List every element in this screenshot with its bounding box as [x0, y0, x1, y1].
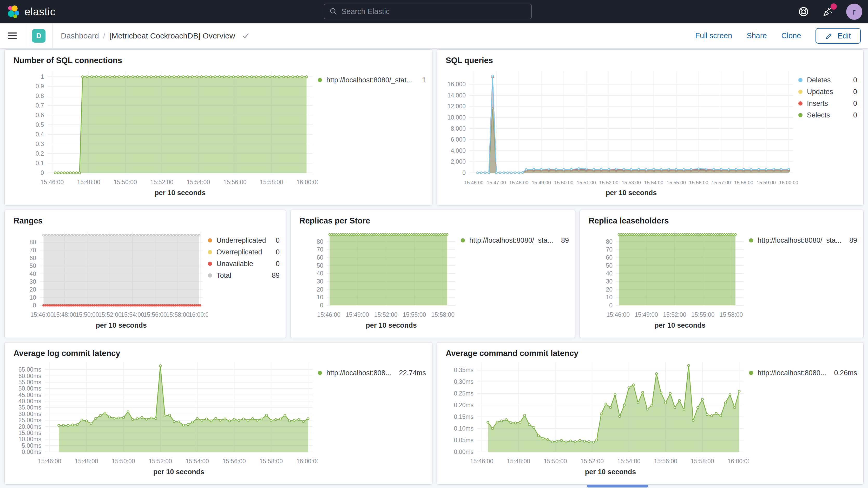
svg-text:15:56:00: 15:56:00 — [689, 180, 708, 185]
legend-value: 1 — [422, 76, 426, 84]
horizontal-scrollbar-thumb[interactable] — [587, 485, 648, 487]
clone-button[interactable]: Clone — [781, 31, 801, 40]
panel-title: Number of SQL connections — [13, 56, 432, 64]
legend-item[interactable]: Unavailable0 — [208, 259, 280, 268]
legend-color-dot — [749, 371, 753, 375]
elastic-logo[interactable]: elastic — [7, 5, 56, 18]
pencil-icon — [826, 32, 833, 40]
title-check-icon[interactable] — [242, 32, 250, 40]
panel-replicas-per-store: Replicas per Store 0102030405060708015:4… — [290, 210, 576, 338]
svg-text:20: 20 — [606, 286, 613, 293]
svg-text:20: 20 — [29, 286, 36, 293]
svg-text:14,000: 14,000 — [447, 92, 466, 99]
svg-text:15:46:00: 15:46:00 — [317, 311, 341, 318]
legend-item[interactable]: Underreplicated0 — [208, 236, 280, 245]
svg-text:15:56:00: 15:56:00 — [223, 179, 247, 186]
replica-leaseholders-chart[interactable]: 0102030405060708015:46:0015:49:0015:52:0… — [580, 225, 749, 322]
svg-text:15:54:00: 15:54:00 — [187, 179, 210, 186]
legend-value: 0.26ms — [834, 369, 857, 377]
svg-text:0.8: 0.8 — [36, 92, 44, 99]
svg-text:60: 60 — [316, 254, 323, 261]
svg-text:0.2: 0.2 — [36, 150, 44, 157]
svg-text:15:56:00: 15:56:00 — [144, 311, 167, 318]
replicas-per-store-chart[interactable]: 0102030405060708015:46:0015:49:0015:52:0… — [290, 225, 461, 322]
legend-color-dot — [798, 90, 803, 94]
legend-item[interactable]: http://localhost:808...22.74ms — [318, 368, 426, 377]
news-party-popper-icon[interactable] — [822, 5, 834, 18]
svg-text:80: 80 — [316, 238, 323, 245]
svg-text:0.4: 0.4 — [36, 131, 44, 138]
svg-text:25.00ms: 25.00ms — [19, 417, 41, 424]
legend-color-dot — [798, 78, 803, 82]
svg-text:15:50:00: 15:50:00 — [544, 458, 567, 465]
help-icon[interactable] — [797, 5, 810, 18]
panel-ranges: Ranges 0102030405060708015:46:0015:48:00… — [4, 210, 286, 338]
legend-item[interactable]: Updates0 — [798, 87, 857, 96]
svg-text:15:50:00: 15:50:00 — [112, 458, 135, 465]
svg-text:0.6: 0.6 — [36, 112, 44, 119]
svg-text:8,000: 8,000 — [451, 125, 466, 132]
brand-name: elastic — [24, 6, 56, 18]
legend-item[interactable]: Total89 — [208, 271, 280, 280]
legend-color-dot — [318, 78, 322, 82]
legend-color-dot — [318, 371, 322, 375]
divider — [52, 23, 53, 48]
svg-text:15:46:00: 15:46:00 — [464, 180, 484, 185]
legend-value: 89 — [561, 237, 569, 245]
svg-text:0: 0 — [40, 170, 44, 176]
global-search-input[interactable]: Search Elastic — [324, 4, 532, 19]
ranges-chart[interactable]: 0102030405060708015:46:0015:48:0015:50:0… — [5, 225, 208, 322]
legend-item[interactable]: Deletes0 — [798, 75, 857, 85]
legend: http://localhost:8080/_sta...89 — [461, 225, 575, 335]
legend-color-dot — [461, 238, 465, 242]
command-commit-latency-chart[interactable]: 0.00ms0.05ms0.10ms0.15ms0.20ms0.25ms0.30… — [437, 357, 749, 468]
legend-color-dot — [798, 101, 803, 105]
edit-button[interactable]: Edit — [815, 28, 861, 44]
svg-text:35.00ms: 35.00ms — [19, 404, 41, 411]
legend-value: 22.74ms — [399, 369, 426, 377]
svg-text:15:53:00: 15:53:00 — [622, 180, 641, 185]
svg-text:0.10ms: 0.10ms — [454, 425, 473, 432]
legend-item[interactable]: Selects0 — [798, 111, 857, 120]
panel-replica-leaseholders: Replica leaseholders 0102030405060708015… — [580, 210, 864, 338]
legend-item[interactable]: http://localhost:8080/_sta...89 — [461, 236, 569, 245]
svg-text:0.30ms: 0.30ms — [454, 378, 473, 385]
svg-text:15:58:00: 15:58:00 — [431, 311, 455, 318]
legend-label: http://localhost:8080/_sta... — [757, 237, 841, 245]
log-commit-latency-chart[interactable]: 0.00ms5.00ms10.00ms15.00ms20.00ms25.00ms… — [5, 357, 318, 468]
avatar-initial: r — [853, 7, 856, 17]
panel-title: Average log commit latency — [13, 349, 432, 357]
legend-item[interactable]: http://localhost:8080...0.26ms — [749, 368, 857, 377]
sql-connections-chart[interactable]: 00.10.20.30.40.50.60.70.80.9115:46:0015:… — [5, 64, 318, 189]
hamburger-menu-icon[interactable] — [0, 32, 25, 39]
legend-label: Updates — [807, 88, 833, 96]
svg-text:0.3: 0.3 — [36, 141, 44, 147]
legend-value: 0 — [853, 111, 857, 119]
user-avatar[interactable]: r — [846, 4, 862, 20]
svg-text:20: 20 — [316, 286, 323, 293]
svg-text:0.7: 0.7 — [36, 102, 44, 109]
badge-letter: D — [36, 32, 41, 40]
breadcrumb-dashboard-link[interactable]: Dashboard — [61, 31, 99, 40]
elastic-logo-icon — [7, 5, 20, 18]
svg-text:15:48:00: 15:48:00 — [507, 458, 530, 465]
svg-text:0.05ms: 0.05ms — [454, 437, 473, 444]
svg-text:15:47:00: 15:47:00 — [487, 180, 506, 185]
svg-text:15:56:00: 15:56:00 — [654, 458, 678, 465]
legend-value: 0 — [276, 237, 280, 245]
legend-item[interactable]: Inserts0 — [798, 99, 857, 108]
dashboard-app-badge[interactable]: D — [32, 29, 45, 42]
full-screen-button[interactable]: Full screen — [695, 31, 732, 40]
legend-label: http://localhost:808... — [327, 369, 391, 377]
share-button[interactable]: Share — [747, 31, 767, 40]
legend-label: Inserts — [807, 99, 828, 108]
svg-text:10: 10 — [29, 294, 36, 301]
svg-text:0.5: 0.5 — [36, 121, 44, 128]
svg-text:15:55:00: 15:55:00 — [666, 180, 686, 185]
legend-item[interactable]: Overreplicated0 — [208, 247, 280, 257]
legend-item[interactable]: http://localhost:8080/_stat...1 — [318, 75, 426, 85]
svg-text:80: 80 — [29, 239, 36, 246]
svg-text:0: 0 — [609, 302, 613, 309]
legend-item[interactable]: http://localhost:8080/_sta...89 — [749, 236, 857, 245]
sql-queries-chart[interactable]: 02,0004,0006,0008,00010,00012,00014,0001… — [437, 64, 798, 189]
